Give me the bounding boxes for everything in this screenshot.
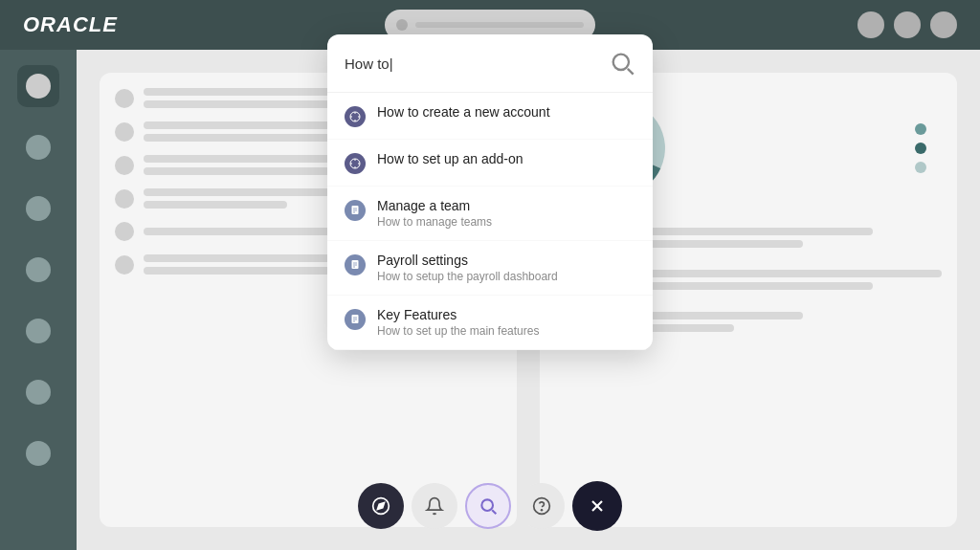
svg-rect-12 xyxy=(352,206,359,214)
result-5-icon xyxy=(345,309,366,330)
sidebar-item-3[interactable] xyxy=(17,249,59,291)
sidebar-item-icon-0 xyxy=(26,74,51,99)
svg-point-0 xyxy=(613,55,629,70)
list-item-circle-4 xyxy=(115,222,134,241)
legend-dot-2 xyxy=(915,143,926,154)
chart-legend xyxy=(915,123,926,173)
result-1-icon xyxy=(345,106,366,127)
sidebar-item-icon-2 xyxy=(26,196,51,221)
result-2-title: How to set up an add-on xyxy=(377,151,523,166)
sidebar-item-1[interactable] xyxy=(17,126,59,168)
compass-button[interactable] xyxy=(358,483,404,529)
header-search-line xyxy=(415,22,584,28)
sidebar-item-6[interactable] xyxy=(17,432,59,474)
list-item-circle-0 xyxy=(115,89,134,108)
oracle-logo: ORACLE xyxy=(23,12,118,37)
svg-rect-20 xyxy=(352,315,359,323)
result-4-title: Payroll settings xyxy=(377,253,558,268)
legend-dot-1 xyxy=(915,123,926,135)
bottom-toolbar xyxy=(358,481,622,531)
search-result-1[interactable]: How to create a new account xyxy=(327,93,653,140)
list-line xyxy=(144,167,358,175)
list-line xyxy=(144,100,358,108)
sidebar-item-5[interactable] xyxy=(17,371,59,413)
search-submit-button[interactable] xyxy=(609,50,635,77)
list-item-circle-5 xyxy=(115,255,134,275)
search-result-5[interactable]: Key Features How to set up the main feat… xyxy=(327,296,653,350)
result-1-title: How to create a new account xyxy=(377,104,550,120)
result-3-title: Manage a team xyxy=(377,198,492,213)
svg-marker-25 xyxy=(377,502,384,509)
header-icon-2 xyxy=(894,11,921,38)
result-3-content: Manage a team How to manage teams xyxy=(377,198,492,229)
result-4-subtitle: How to setup the payroll dashboard xyxy=(377,270,558,283)
search-result-4[interactable]: Payroll settings How to setup the payrol… xyxy=(327,241,653,296)
list-item-circle-2 xyxy=(115,156,134,175)
app-container: ORACLE xyxy=(0,0,980,550)
sidebar-item-icon-3 xyxy=(26,257,51,282)
help-button[interactable] xyxy=(519,483,565,529)
list-item-circle-3 xyxy=(115,189,134,209)
sidebar-item-0[interactable] xyxy=(17,65,59,107)
legend-dot-3 xyxy=(915,162,926,173)
search-result-3[interactable]: Manage a team How to manage teams xyxy=(327,187,653,241)
svg-line-1 xyxy=(628,69,634,75)
search-result-2[interactable]: How to set up an add-on xyxy=(327,140,653,187)
result-3-icon xyxy=(345,200,366,221)
result-5-subtitle: How to set up the main features xyxy=(377,324,539,338)
search-button[interactable] xyxy=(465,483,511,529)
sidebar-item-icon-6 xyxy=(26,441,51,466)
svg-line-27 xyxy=(492,510,496,514)
result-2-content: How to set up an add-on xyxy=(377,151,523,166)
sidebar-item-2[interactable] xyxy=(17,187,59,230)
result-5-title: Key Features xyxy=(377,307,539,322)
list-line xyxy=(144,201,287,209)
search-input-row xyxy=(327,34,653,93)
result-5-content: Key Features How to set up the main feat… xyxy=(377,307,539,338)
search-dropdown: How to create a new account How to set u… xyxy=(327,34,653,350)
svg-point-26 xyxy=(481,499,493,511)
header-bar: ORACLE xyxy=(0,0,980,50)
result-2-icon xyxy=(345,153,366,174)
result-3-subtitle: How to manage teams xyxy=(377,215,492,229)
sidebar xyxy=(0,50,77,550)
list-item-circle-1 xyxy=(115,122,134,142)
result-1-content: How to create a new account xyxy=(377,104,550,120)
header-icons xyxy=(858,11,957,38)
svg-rect-16 xyxy=(352,260,359,269)
header-search-dot xyxy=(396,19,408,31)
close-button[interactable] xyxy=(572,481,622,531)
sidebar-item-icon-5 xyxy=(26,380,51,405)
list-line xyxy=(144,228,358,235)
header-icon-1 xyxy=(858,11,884,38)
result-4-icon xyxy=(345,254,366,275)
sidebar-item-icon-4 xyxy=(26,319,51,343)
sidebar-item-4[interactable] xyxy=(17,310,59,352)
sidebar-item-icon-1 xyxy=(26,135,51,160)
result-4-content: Payroll settings How to setup the payrol… xyxy=(377,253,558,283)
search-input[interactable] xyxy=(345,55,609,72)
bell-button[interactable] xyxy=(412,483,457,529)
header-icon-3 xyxy=(930,11,957,38)
